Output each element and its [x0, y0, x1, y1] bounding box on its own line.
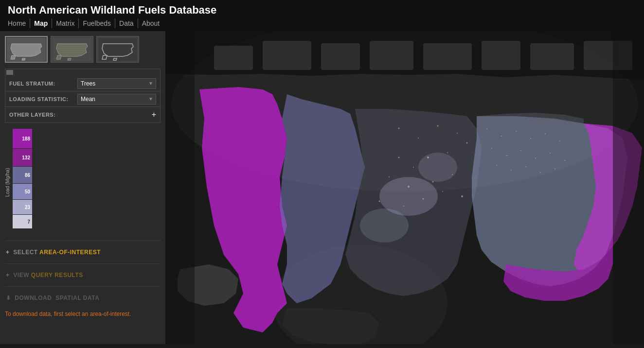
legend-bar-50: 50 — [13, 184, 32, 199]
svg-rect-66 — [165, 31, 195, 344]
svg-marker-2 — [11, 55, 16, 59]
view-query-action[interactable]: + VIEW QUERY RESULTS — [5, 269, 161, 281]
svg-point-37 — [403, 206, 404, 207]
svg-marker-7 — [68, 58, 71, 60]
svg-point-23 — [398, 128, 400, 129]
svg-rect-59 — [263, 41, 311, 70]
other-layers-add-button[interactable]: + — [152, 110, 156, 119]
svg-point-30 — [447, 152, 448, 153]
loading-statistic-row: LOADING STATISTIC: Mean Median Standard … — [5, 91, 160, 107]
fuel-stratum-select[interactable]: Trees Shrubs Herbaceous Litter Ground — [77, 78, 156, 89]
svg-rect-53 — [496, 165, 497, 166]
svg-rect-52 — [564, 160, 566, 161]
svg-rect-47 — [491, 148, 492, 149]
nav-matrix[interactable]: Matrix — [52, 18, 79, 28]
drag-handle[interactable] — [6, 70, 13, 75]
other-layers-label: OTHER LAYERS: — [9, 112, 77, 118]
nav-about[interactable]: About — [138, 18, 164, 28]
svg-rect-60 — [321, 43, 360, 70]
loading-statistic-label: LOADING STATISTIC: — [9, 96, 77, 102]
nav-home[interactable]: Home — [8, 18, 30, 28]
svg-rect-55 — [525, 166, 527, 167]
svg-marker-3 — [22, 58, 25, 60]
legend: Load (Mg/ha) 188 132 86 50 23 7 — [5, 129, 161, 236]
map-canvas — [165, 31, 644, 344]
main-container: FUEL STRATUM: Trees Shrubs Herbaceous Li… — [0, 31, 644, 344]
svg-rect-42 — [501, 136, 502, 137]
svg-marker-5 — [56, 44, 88, 56]
svg-rect-67 — [613, 31, 644, 344]
loading-statistic-select-wrapper: Mean Median Standard Deviation ▼ — [77, 94, 156, 104]
legend-bars: 188 132 86 50 23 7 — [13, 129, 32, 236]
nav-map[interactable]: Map — [30, 18, 52, 28]
svg-rect-64 — [530, 43, 574, 70]
download-sub-label: SPATIAL DATA — [55, 295, 99, 301]
view-query-highlight: QUERY RESULTS — [31, 272, 83, 278]
nav-data[interactable]: Data — [115, 18, 138, 28]
select-aoi-label: SELECT — [13, 249, 37, 256]
svg-rect-43 — [516, 131, 517, 132]
svg-rect-63 — [482, 41, 520, 70]
nav-fuelbeds[interactable]: Fuelbeds — [79, 18, 115, 28]
svg-marker-6 — [56, 55, 61, 59]
svg-rect-41 — [486, 128, 487, 129]
svg-point-22 — [360, 209, 409, 243]
map-thumb-us-outline[interactable] — [96, 36, 139, 63]
svg-point-38 — [423, 198, 424, 200]
download-label: DOWNLOAD — [15, 295, 52, 301]
svg-rect-56 — [540, 172, 541, 173]
legend-axis-label: Load (Mg/ha) — [5, 129, 13, 236]
download-icon: ⬇ — [6, 295, 13, 301]
download-action[interactable]: ⬇ DOWNLOAD SPATIAL DATA — [5, 292, 161, 304]
download-note: To download data, first select an area-o… — [5, 310, 161, 318]
svg-rect-46 — [559, 140, 560, 141]
svg-rect-44 — [530, 138, 531, 139]
svg-point-28 — [413, 167, 414, 168]
svg-point-35 — [452, 174, 453, 175]
legend-bar-188: 188 — [13, 129, 32, 148]
controls-panel: FUEL STRATUM: Trees Shrubs Herbaceous Li… — [5, 69, 161, 123]
svg-rect-49 — [520, 150, 521, 151]
legend-bar-23: 23 — [13, 200, 32, 214]
map-thumb-us[interactable] — [5, 36, 48, 63]
svg-rect-57 — [555, 168, 555, 170]
app-title: North American Wildland Fuels Database — [8, 4, 636, 17]
svg-point-25 — [437, 125, 439, 127]
view-query-label: VIEW — [13, 272, 29, 278]
svg-rect-50 — [535, 157, 536, 159]
svg-rect-62 — [423, 43, 472, 70]
select-aoi-highlight: AREA-OF-INTEREST — [39, 249, 101, 256]
map-thumb-us-shaded[interactable] — [51, 36, 93, 63]
svg-point-21 — [418, 153, 457, 182]
svg-point-34 — [432, 181, 434, 183]
us-map-icon — [7, 38, 46, 61]
legend-bar-7: 7 — [13, 215, 32, 228]
nav: Home Map Matrix Fuelbeds Data About — [8, 18, 636, 28]
svg-point-33 — [408, 186, 410, 188]
fuel-stratum-select-wrapper: Trees Shrubs Herbaceous Litter Ground ▼ — [77, 78, 156, 89]
legend-bar-86: 86 — [13, 167, 32, 183]
svg-point-31 — [466, 142, 468, 144]
fuel-stratum-label: FUEL STRATUM: — [9, 81, 77, 87]
legend-bar-132: 132 — [13, 149, 32, 166]
other-layers-row: OTHER LAYERS: + — [5, 107, 160, 122]
map-area[interactable] — [165, 31, 644, 344]
svg-rect-48 — [506, 155, 507, 156]
map-thumbnails — [5, 36, 161, 63]
header: North American Wildland Fuels Database H… — [0, 0, 644, 31]
view-query-plus-icon: + — [6, 272, 11, 278]
sidebar-divider-2 — [5, 263, 161, 264]
us-map-outline-icon — [98, 38, 137, 61]
svg-point-27 — [398, 157, 400, 158]
sidebar: FUEL STRATUM: Trees Shrubs Herbaceous Li… — [0, 31, 165, 344]
us-map-shaded-icon — [53, 38, 91, 61]
select-aoi-action[interactable]: + SELECT AREA-OF-INTEREST — [5, 246, 161, 259]
loading-statistic-select[interactable]: Mean Median Standard Deviation — [77, 94, 156, 104]
svg-rect-61 — [370, 41, 413, 70]
svg-rect-54 — [511, 170, 512, 171]
svg-point-36 — [379, 201, 380, 202]
svg-point-26 — [457, 133, 458, 134]
svg-point-32 — [389, 176, 390, 177]
svg-rect-45 — [545, 133, 546, 135]
sidebar-divider-3 — [5, 286, 161, 287]
